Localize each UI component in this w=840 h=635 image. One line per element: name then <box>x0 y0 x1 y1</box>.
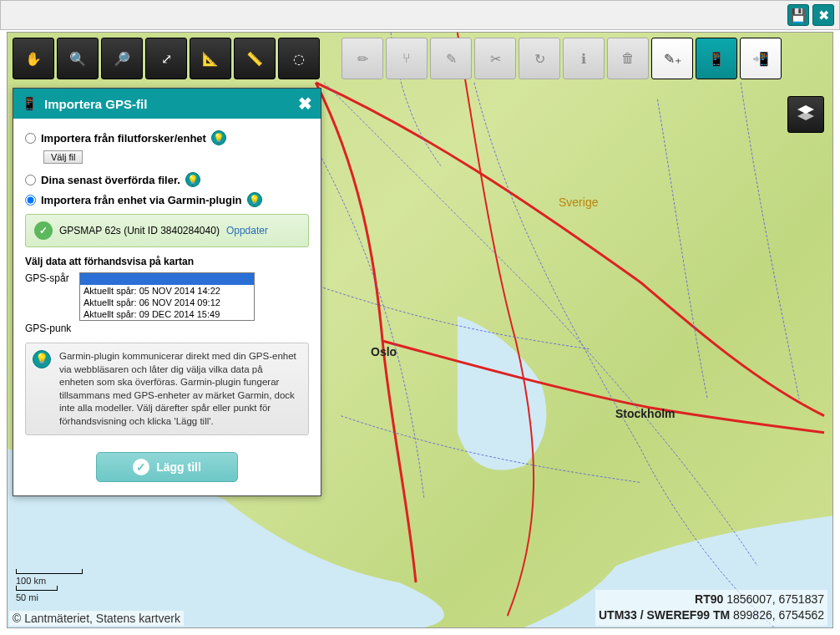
info-icon: ℹ <box>581 51 586 67</box>
map-toolbar-right: ✏ ⑂ ✎ ✂ ↻ ℹ 🗑 ✎₊ 📱 📲 <box>342 38 782 83</box>
close-icon: ✖ <box>818 8 829 23</box>
choose-file-button[interactable]: Välj fil <box>43 150 83 164</box>
layers-button[interactable] <box>787 96 824 133</box>
checkmark-icon: ✓ <box>133 459 149 475</box>
import-device-tool[interactable]: 📲 <box>740 38 782 79</box>
dialog-title: Importera GPS-fil <box>44 97 147 111</box>
edit-icon: ✎ <box>446 51 457 67</box>
coords-label-1: RT90 <box>695 592 723 606</box>
scale-km: 100 km <box>16 576 83 586</box>
measure-angle-tool[interactable]: 📐 <box>190 38 231 79</box>
coords-label-2: UTM33 / SWEREF99 TM <box>599 608 730 622</box>
draw-tool[interactable]: ✏ <box>342 38 383 79</box>
track-option[interactable] <box>80 273 254 285</box>
ruler-icon: 📏 <box>246 51 263 67</box>
note-icon: ✎₊ <box>664 51 681 67</box>
add-note-tool[interactable]: ✎₊ <box>651 38 693 79</box>
lightbulb-icon[interactable]: 💡 <box>185 172 200 187</box>
lightbulb-icon[interactable]: 💡 <box>211 130 226 145</box>
map-attribution: © Lantmäteriet, Statens kartverk <box>9 611 184 626</box>
coords-line-2: UTM33 / SWEREF99 TM 899826, 6754562 <box>599 607 824 624</box>
option-row-file-explorer: Importera från filutforsker/enhet 💡 <box>25 130 309 145</box>
coords-value-1: 1856007, 6751837 <box>726 592 824 606</box>
radio-file-explorer[interactable] <box>25 133 36 144</box>
pan-tool[interactable]: ✋ <box>13 38 54 79</box>
add-button-label: Lägg till <box>156 460 201 474</box>
hand-icon: ✋ <box>25 51 42 67</box>
tracks-row: GPS-spår Aktuellt spår: 05 NOV 2014 14:2… <box>25 272 309 321</box>
device-import-icon: 📲 <box>752 51 769 67</box>
radio-label: Importera från filutforsker/enhet <box>41 132 206 145</box>
zoom-out-icon: 🔎 <box>114 51 130 67</box>
lightbulb-icon[interactable]: 💡 <box>247 192 262 207</box>
coords-readout: RT90 1856007, 6751837 UTM33 / SWEREF99 T… <box>595 590 827 626</box>
device-icon: 📱 <box>22 96 38 111</box>
checkmark-icon: ✓ <box>34 221 53 240</box>
coords-line-1: RT90 1856007, 6751837 <box>599 592 824 608</box>
pencil-icon: ✏ <box>357 51 368 67</box>
device-status-box: ✓ GPSMAP 62s (Unit ID 3840284040) Oppdat… <box>25 214 309 247</box>
device-name: GPSMAP 62s (Unit ID 3840284040) <box>59 225 220 236</box>
info-text: Garmin-plugin kommunicerar direkt med di… <box>59 351 296 426</box>
info-tool[interactable]: ℹ <box>563 38 605 79</box>
radio-label: Dina senast överförda filer. <box>41 174 180 186</box>
window-top-bar: 💾 ✖ <box>0 0 840 30</box>
scale-mi: 50 mi <box>16 592 83 602</box>
lightbulb-icon: 💡 <box>33 350 51 368</box>
save-button[interactable]: 💾 <box>787 4 809 26</box>
tracks-select[interactable]: Aktuellt spår: 05 NOV 2014 14:22Aktuellt… <box>79 272 255 321</box>
import-gps-dialog: 📱 Importera GPS-fil ✖ Importera från fil… <box>13 88 321 496</box>
tracks-label: GPS-spår <box>25 272 79 284</box>
dialog-header: 📱 Importera GPS-fil ✖ <box>13 89 321 119</box>
map-toolbar-left: ✋ 🔍 🔎 ⤢ 📐 📏 ◌ <box>13 38 320 83</box>
track-option[interactable]: Aktuellt spår: 09 DEC 2014 15:49 <box>80 308 254 320</box>
layers-icon <box>796 103 816 126</box>
map-canvas[interactable]: Sverige Oslo Stockholm ✋ 🔍 🔎 ⤢ 📐 📏 ◌ ✏ ⑂… <box>7 32 833 628</box>
add-button[interactable]: ✓ Lägg till <box>96 452 238 482</box>
radio-label: Importera från enhet via Garmin-plugin <box>41 194 242 206</box>
delete-tool[interactable]: 🗑 <box>607 38 649 79</box>
redo-tool[interactable]: ↻ <box>519 38 560 79</box>
track-option[interactable]: Aktuellt spår: 06 NOV 2014 09:12 <box>80 297 254 308</box>
info-box: 💡 Garmin-plugin kommunicerar direkt med … <box>25 343 309 435</box>
dialog-close-button[interactable]: ✖ <box>298 94 312 114</box>
track-option[interactable]: Aktuellt spår: 05 NOV 2014 14:22 <box>80 285 254 297</box>
radio-garmin-plugin[interactable] <box>25 195 36 206</box>
points-row: GPS-punk <box>25 323 309 334</box>
preview-heading: Välj data att förhandsvisa på kartan <box>25 256 309 267</box>
export-device-tool[interactable]: 📱 <box>696 38 737 79</box>
zoom-out-tool[interactable]: 🔎 <box>101 38 143 79</box>
points-label: GPS-punk <box>25 323 79 334</box>
angle-icon: 📐 <box>202 51 219 67</box>
update-link[interactable]: Oppdater <box>226 225 268 236</box>
svg-marker-1 <box>797 112 814 120</box>
trash-icon: 🗑 <box>621 51 635 66</box>
save-icon: 💾 <box>790 8 807 23</box>
device-export-icon: 📱 <box>708 51 725 67</box>
cut-tool[interactable]: ✂ <box>474 38 516 79</box>
split-tool[interactable]: ⑂ <box>386 38 428 79</box>
option-row-garmin: Importera från enhet via Garmin-plugin 💡 <box>25 192 309 207</box>
selection-tool[interactable]: ◌ <box>278 38 320 79</box>
window-close-button[interactable]: ✖ <box>812 4 834 26</box>
scale-bar: 100 km 50 mi <box>16 569 83 602</box>
radio-recent-files[interactable] <box>25 175 36 185</box>
scissors-icon: ✂ <box>490 51 501 67</box>
redo-icon: ↻ <box>534 51 545 67</box>
measure-distance-tool[interactable]: 📏 <box>234 38 276 79</box>
fork-icon: ⑂ <box>402 51 411 66</box>
coords-value-2: 899826, 6754562 <box>733 608 824 622</box>
extent-icon: ⤢ <box>161 51 172 67</box>
option-row-recent: Dina senast överförda filer. 💡 <box>25 172 309 187</box>
zoom-in-icon: 🔍 <box>69 51 86 67</box>
edit-tool[interactable]: ✎ <box>430 38 472 79</box>
zoom-in-tool[interactable]: 🔍 <box>57 38 99 79</box>
zoom-extent-tool[interactable]: ⤢ <box>145 38 187 79</box>
target-icon: ◌ <box>293 51 305 67</box>
dialog-body: Importera från filutforsker/enhet 💡 Välj… <box>13 119 321 495</box>
